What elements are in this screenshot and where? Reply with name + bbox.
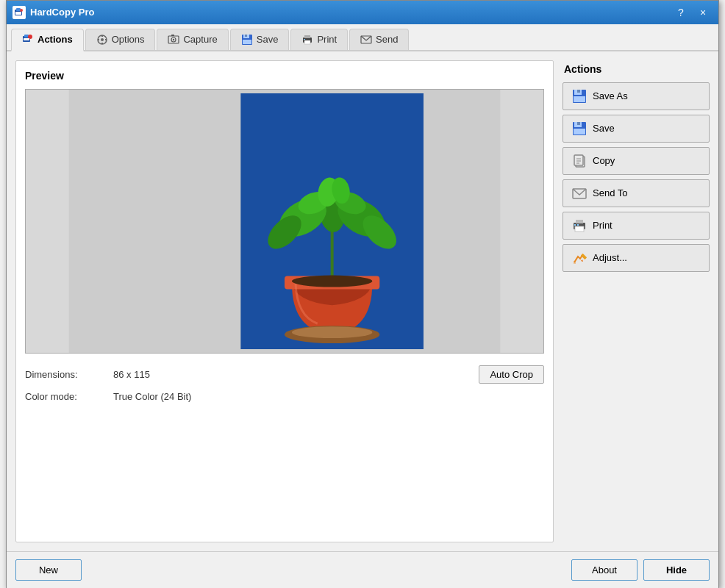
- svg-rect-21: [243, 40, 251, 44]
- save-icon: [572, 121, 587, 136]
- app-icon: [12, 6, 26, 19]
- svg-rect-50: [574, 129, 585, 135]
- svg-rect-23: [304, 35, 310, 38]
- actions-panel: Actions Save As: [562, 60, 710, 542]
- window-title: HardCopy Pro: [30, 7, 671, 18]
- options-icon: [96, 34, 108, 46]
- svg-rect-13: [105, 39, 107, 40]
- save-tab-icon: [241, 34, 253, 46]
- svg-rect-10: [101, 35, 103, 37]
- image-area: [25, 89, 544, 354]
- svg-point-16: [173, 38, 174, 40]
- svg-rect-58: [576, 220, 583, 223]
- preview-info: Dimensions: 86 x 115 Auto Crop Color mod…: [25, 365, 544, 402]
- bottom-right-buttons: About Hide: [571, 559, 710, 581]
- title-bar-controls: ? ×: [671, 4, 712, 21]
- help-button[interactable]: ?: [671, 4, 690, 21]
- svg-point-3: [20, 9, 23, 12]
- svg-rect-20: [245, 35, 247, 37]
- copy-button[interactable]: Copy: [562, 147, 710, 175]
- svg-rect-25: [304, 39, 305, 40]
- auto-crop-button[interactable]: Auto Crop: [479, 365, 544, 384]
- svg-rect-45: [577, 90, 580, 93]
- adjust-label: Adjust...: [593, 252, 627, 263]
- actions-icon: [22, 34, 34, 46]
- svg-rect-59: [575, 226, 584, 232]
- copy-label: Copy: [593, 155, 615, 166]
- color-mode-row: Color mode: True Color (24 Bit): [25, 391, 544, 402]
- tab-print-label: Print: [317, 34, 337, 45]
- adjust-icon: [572, 251, 587, 265]
- svg-marker-64: [581, 259, 583, 262]
- content-area: Preview: [7, 51, 718, 551]
- main-window: HardCopy Pro ? × Actions: [6, 0, 719, 588]
- svg-rect-46: [574, 96, 585, 102]
- save-as-button[interactable]: Save As: [562, 82, 710, 110]
- svg-point-42: [292, 275, 372, 287]
- send-tab-icon: [360, 34, 372, 46]
- new-button[interactable]: New: [15, 559, 82, 581]
- svg-rect-12: [98, 39, 99, 40]
- color-mode-value: True Color (24 Bit): [113, 391, 191, 402]
- save-as-label: Save As: [593, 90, 628, 101]
- svg-rect-49: [577, 122, 580, 125]
- save-button[interactable]: Save: [562, 115, 710, 143]
- send-to-label: Send To: [593, 187, 627, 198]
- title-bar: HardCopy Pro ? ×: [7, 1, 718, 24]
- print-tab-icon: [301, 34, 313, 46]
- tab-save[interactable]: Save: [230, 29, 290, 50]
- tab-options[interactable]: Options: [85, 29, 156, 50]
- svg-rect-7: [24, 38, 29, 40]
- svg-rect-60: [574, 224, 576, 226]
- svg-point-9: [101, 38, 104, 41]
- tab-actions[interactable]: Actions: [11, 29, 84, 51]
- preview-title: Preview: [25, 70, 544, 82]
- tab-capture[interactable]: Capture: [157, 29, 228, 50]
- svg-rect-17: [171, 35, 174, 36]
- tab-options-label: Options: [112, 34, 145, 45]
- send-to-icon: [572, 186, 587, 201]
- dimensions-label: Dimensions:: [25, 369, 106, 380]
- send-to-button[interactable]: Send To: [562, 179, 710, 207]
- print-label: Print: [593, 220, 612, 231]
- tab-send-label: Send: [376, 34, 398, 45]
- save-as-icon: [572, 89, 587, 104]
- actions-panel-title: Actions: [562, 63, 710, 75]
- color-mode-label: Color mode:: [25, 391, 106, 402]
- dimensions-value: 86 x 115: [113, 369, 150, 380]
- tab-print[interactable]: Print: [290, 29, 348, 50]
- hide-button[interactable]: Hide: [643, 559, 710, 581]
- tab-capture-label: Capture: [183, 34, 217, 45]
- tab-save-label: Save: [257, 34, 279, 45]
- svg-rect-62: [574, 261, 576, 264]
- copy-icon: [572, 154, 587, 168]
- print-icon: [572, 218, 587, 233]
- tab-bar: Actions Options: [7, 24, 718, 51]
- preview-image: [26, 90, 543, 353]
- adjust-button[interactable]: Adjust...: [562, 244, 710, 272]
- svg-rect-24: [304, 40, 310, 44]
- svg-rect-61: [577, 224, 579, 226]
- tab-actions-label: Actions: [38, 34, 73, 45]
- print-button[interactable]: Print: [562, 212, 710, 240]
- svg-point-41: [292, 326, 372, 338]
- dimensions-row: Dimensions: 86 x 115 Auto Crop: [25, 365, 544, 384]
- about-button[interactable]: About: [571, 559, 638, 581]
- capture-icon: [168, 34, 179, 46]
- tab-send[interactable]: Send: [349, 29, 409, 50]
- close-button[interactable]: ×: [693, 4, 712, 21]
- preview-panel: Preview: [15, 60, 554, 542]
- save-label: Save: [593, 123, 615, 134]
- bottom-bar: New About Hide: [7, 551, 718, 588]
- svg-rect-52: [574, 155, 583, 165]
- svg-rect-2: [15, 12, 21, 15]
- svg-rect-11: [101, 43, 103, 44]
